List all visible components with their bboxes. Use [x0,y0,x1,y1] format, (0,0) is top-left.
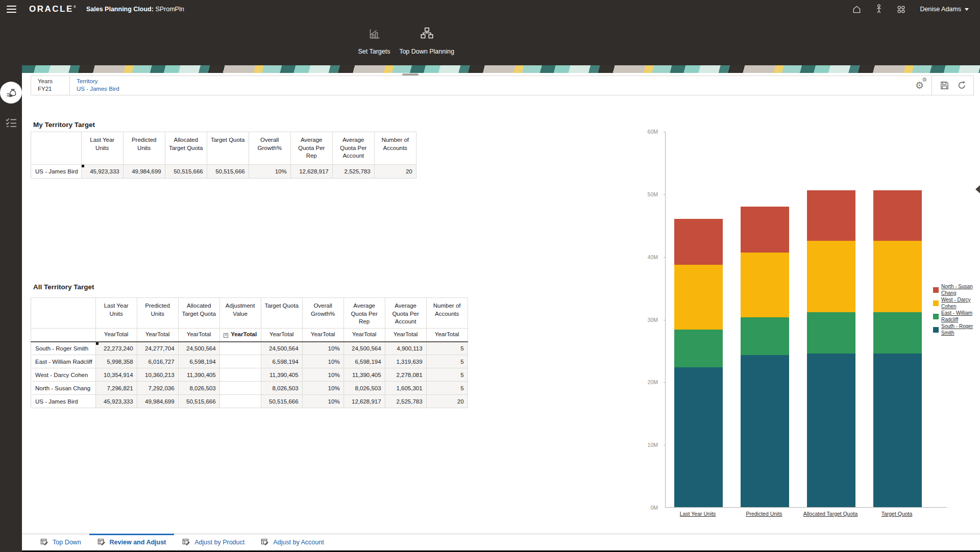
column-header[interactable]: Allocated Target Quota [178,298,219,329]
tab-adjust-by-product[interactable]: Adjust by Product [174,534,253,550]
bar-segment-east-william-radcliff[interactable] [873,312,922,354]
column-header[interactable]: Last Year Units [81,132,123,165]
cell[interactable]: 10% [302,342,344,355]
cell[interactable]: 12,628,917 [344,395,385,408]
bar-segment-south-roger-smith[interactable] [873,354,922,507]
cell[interactable]: 50,515,666 [261,395,302,408]
cell[interactable]: 45,923,333 [95,395,137,408]
bar-segment-west-darcy-cohen[interactable] [674,265,723,330]
nav-item-set-targets[interactable]: Set Targets [349,26,399,55]
cell[interactable]: 6,598,194 [178,355,219,368]
legend-label[interactable]: North - Susan Chang [941,284,977,296]
bar-segment-north-susan-chang[interactable] [873,190,922,241]
cell[interactable]: 22,273,240 [95,342,137,355]
save-icon[interactable] [940,81,949,90]
cell[interactable]: 1,319,639 [385,355,426,368]
cell[interactable] [219,355,261,368]
menu-icon[interactable] [7,4,17,14]
stacked-bar[interactable] [873,190,922,507]
cell[interactable]: 8,026,503 [261,382,302,395]
tab-top-down[interactable]: Top Down [32,534,89,550]
column-header[interactable]: Overall Growth% [302,298,344,329]
cell[interactable]: 50,515,666 [165,165,207,179]
cell[interactable]: 50,515,666 [207,165,249,179]
bar-segment-east-william-radcliff[interactable] [741,317,789,355]
cell[interactable]: 24,500,564 [261,342,302,355]
cell[interactable]: 6,016,727 [137,355,178,368]
stacked-bar[interactable] [674,219,723,507]
settings-icon[interactable]: ⚙ [915,81,924,90]
quota-icon[interactable] [1,82,21,103]
tab-adjust-by-account[interactable]: Adjust by Account [253,534,332,550]
column-header[interactable]: Average Quota Per Account [332,132,374,165]
column-header[interactable]: Average Quota Per Account [385,298,426,329]
cell[interactable]: 10,360,213 [137,368,178,382]
column-header[interactable]: Target Quota [207,132,249,165]
column-header[interactable]: Adjustment Value [219,298,261,329]
cell[interactable]: 7,292,036 [137,382,178,395]
pov-years-value[interactable]: FY21 [38,86,69,92]
home-icon[interactable] [852,5,862,14]
cell[interactable]: 1,605,301 [385,382,426,395]
row-label[interactable]: East - William Radcliff [31,355,96,368]
cell[interactable]: 8,026,503 [344,382,385,395]
bar-segment-south-roger-smith[interactable] [741,355,789,507]
cell[interactable]: 5 [426,342,468,355]
column-header[interactable]: Allocated Target Quota [165,132,207,165]
cell[interactable]: 12,628,917 [290,165,332,179]
cell[interactable] [219,382,261,395]
column-header[interactable]: Last Year Units [95,298,137,329]
cell[interactable]: 20 [426,395,468,408]
row-label[interactable]: US - James Bird [31,165,82,179]
person-icon[interactable] [875,4,883,14]
bar-segment-east-william-radcliff[interactable] [674,330,723,367]
cell[interactable]: 2,525,783 [385,395,426,408]
cell[interactable]: 49,984,699 [137,395,178,408]
row-label[interactable]: North - Susan Chang [31,382,96,395]
cell[interactable]: 45,923,333 [81,165,123,179]
cell[interactable]: 11,390,405 [178,368,219,382]
cell[interactable] [219,368,261,382]
column-header[interactable]: Average Quota Per Rep [344,298,385,329]
cell[interactable]: 6,598,194 [261,355,302,368]
cell[interactable]: 5,998,358 [95,355,137,368]
stacked-bar[interactable] [807,190,855,507]
x-axis-label[interactable]: Predicted Units [726,511,802,517]
cell[interactable]: 5 [426,368,468,382]
tasklist-icon[interactable] [5,117,17,130]
x-axis-label[interactable]: Last Year Units [659,511,736,517]
cell[interactable]: 24,500,564 [178,342,219,355]
legend-label[interactable]: West - Darcy Cohen [941,297,977,310]
cell[interactable]: 49,984,699 [123,165,165,179]
bar-segment-west-darcy-cohen[interactable] [873,241,922,312]
cell[interactable]: 10% [249,165,290,179]
bar-segment-west-darcy-cohen[interactable] [807,241,855,312]
column-header[interactable]: Number of Accounts [426,298,468,329]
bar-segment-east-william-radcliff[interactable] [807,312,855,354]
column-header[interactable]: Number of Accounts [374,132,416,165]
cell[interactable]: 7,296,821 [95,382,137,395]
cell[interactable]: 6,598,194 [344,355,385,368]
bar-segment-north-susan-chang[interactable] [807,190,855,241]
cell[interactable] [219,342,261,355]
column-header[interactable]: Predicted Units [123,132,165,165]
splitter-arrow-icon[interactable] [975,185,980,193]
column-header[interactable]: Average Quota Per Rep [290,132,332,165]
cell[interactable]: 5 [426,382,468,395]
bar-segment-south-roger-smith[interactable] [674,367,723,507]
pov-territory-value[interactable]: US - James Bird [77,86,915,92]
column-header[interactable]: Target Quota [261,298,302,329]
user-menu[interactable]: Denise Adams [920,6,969,13]
cell[interactable]: 10% [302,355,344,368]
tab-review-and-adjust[interactable]: Review and Adjust [89,534,175,550]
cell[interactable]: 50,515,666 [178,395,219,408]
cell[interactable]: 2,525,783 [332,165,374,179]
apps-icon[interactable] [896,5,906,14]
cell[interactable]: 10% [302,395,344,408]
cell[interactable]: 24,500,564 [344,342,385,355]
cell[interactable]: 10,354,914 [95,368,137,382]
cell[interactable]: 11,390,405 [261,368,302,382]
row-label[interactable]: South - Roger Smith [31,342,96,355]
legend-label[interactable]: South - Roger Smith [941,323,977,336]
row-label[interactable]: US - James Bird [31,395,96,408]
